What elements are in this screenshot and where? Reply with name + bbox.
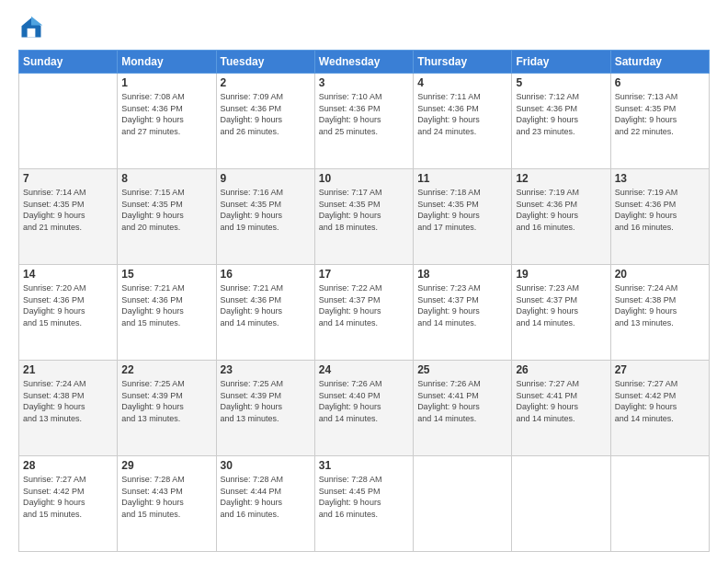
day-info: Sunrise: 7:09 AM Sunset: 4:36 PM Dayligh…: [221, 91, 311, 137]
day-info: Sunrise: 7:26 AM Sunset: 4:41 PM Dayligh…: [417, 378, 507, 424]
day-number: 26: [516, 363, 606, 376]
day-info: Sunrise: 7:27 AM Sunset: 4:42 PM Dayligh…: [615, 378, 705, 424]
day-number: 25: [417, 363, 507, 376]
day-info: Sunrise: 7:14 AM Sunset: 4:35 PM Dayligh…: [23, 187, 113, 233]
calendar-cell: [19, 74, 118, 169]
day-number: 12: [516, 172, 606, 185]
day-header-wednesday: Wednesday: [314, 51, 413, 74]
day-info: Sunrise: 7:20 AM Sunset: 4:36 PM Dayligh…: [23, 282, 113, 328]
day-number: 13: [615, 172, 705, 185]
day-number: 28: [23, 459, 113, 472]
day-info: Sunrise: 7:28 AM Sunset: 4:43 PM Dayligh…: [121, 474, 211, 520]
day-info: Sunrise: 7:23 AM Sunset: 4:37 PM Dayligh…: [417, 282, 507, 328]
day-header-sunday: Sunday: [19, 51, 118, 74]
day-number: 14: [23, 268, 113, 281]
day-info: Sunrise: 7:21 AM Sunset: 4:36 PM Dayligh…: [221, 282, 311, 328]
calendar-cell: 6Sunrise: 7:13 AM Sunset: 4:35 PM Daylig…: [610, 74, 709, 169]
calendar-cell: 13Sunrise: 7:19 AM Sunset: 4:36 PM Dayli…: [610, 169, 709, 265]
day-info: Sunrise: 7:24 AM Sunset: 4:38 PM Dayligh…: [23, 378, 113, 424]
calendar-cell: 16Sunrise: 7:21 AM Sunset: 4:36 PM Dayli…: [216, 265, 314, 361]
calendar-cell: 10Sunrise: 7:17 AM Sunset: 4:35 PM Dayli…: [314, 169, 413, 265]
calendar-table: SundayMondayTuesdayWednesdayThursdayFrid…: [18, 50, 710, 552]
day-info: Sunrise: 7:21 AM Sunset: 4:36 PM Dayligh…: [121, 282, 211, 328]
svg-marker-1: [31, 17, 42, 26]
calendar-cell: 2Sunrise: 7:09 AM Sunset: 4:36 PM Daylig…: [216, 74, 314, 169]
day-header-saturday: Saturday: [610, 51, 709, 74]
svg-rect-2: [28, 29, 36, 38]
day-number: 6: [615, 76, 705, 89]
day-number: 2: [221, 76, 311, 89]
day-number: 21: [23, 363, 113, 376]
logo: [18, 15, 48, 40]
day-number: 27: [615, 363, 705, 376]
calendar-cell: 14Sunrise: 7:20 AM Sunset: 4:36 PM Dayli…: [19, 265, 118, 361]
calendar-cell: 11Sunrise: 7:18 AM Sunset: 4:35 PM Dayli…: [414, 169, 512, 265]
day-number: 15: [121, 268, 211, 281]
calendar-cell: [512, 456, 610, 552]
day-info: Sunrise: 7:24 AM Sunset: 4:38 PM Dayligh…: [615, 282, 705, 328]
calendar-cell: 21Sunrise: 7:24 AM Sunset: 4:38 PM Dayli…: [19, 361, 118, 456]
calendar-cell: 5Sunrise: 7:12 AM Sunset: 4:36 PM Daylig…: [512, 74, 610, 169]
calendar-cell: [610, 456, 709, 552]
day-number: 5: [516, 76, 606, 89]
calendar-cell: 27Sunrise: 7:27 AM Sunset: 4:42 PM Dayli…: [610, 361, 709, 456]
day-number: 8: [121, 172, 211, 185]
day-header-tuesday: Tuesday: [216, 51, 314, 74]
day-info: Sunrise: 7:12 AM Sunset: 4:36 PM Dayligh…: [516, 91, 606, 137]
day-info: Sunrise: 7:28 AM Sunset: 4:44 PM Dayligh…: [221, 474, 311, 520]
day-info: Sunrise: 7:13 AM Sunset: 4:35 PM Dayligh…: [615, 91, 705, 137]
day-number: 23: [221, 363, 311, 376]
calendar-cell: 18Sunrise: 7:23 AM Sunset: 4:37 PM Dayli…: [414, 265, 512, 361]
day-number: 16: [221, 268, 311, 281]
calendar-cell: 26Sunrise: 7:27 AM Sunset: 4:41 PM Dayli…: [512, 361, 610, 456]
calendar-cell: 15Sunrise: 7:21 AM Sunset: 4:36 PM Dayli…: [118, 265, 216, 361]
calendar-cell: 19Sunrise: 7:23 AM Sunset: 4:37 PM Dayli…: [512, 265, 610, 361]
day-info: Sunrise: 7:27 AM Sunset: 4:41 PM Dayligh…: [516, 378, 606, 424]
day-info: Sunrise: 7:18 AM Sunset: 4:35 PM Dayligh…: [417, 187, 507, 233]
day-info: Sunrise: 7:27 AM Sunset: 4:42 PM Dayligh…: [23, 474, 113, 520]
day-info: Sunrise: 7:16 AM Sunset: 4:35 PM Dayligh…: [221, 187, 311, 233]
day-info: Sunrise: 7:25 AM Sunset: 4:39 PM Dayligh…: [121, 378, 211, 424]
calendar-cell: 31Sunrise: 7:28 AM Sunset: 4:45 PM Dayli…: [314, 456, 413, 552]
day-info: Sunrise: 7:25 AM Sunset: 4:39 PM Dayligh…: [221, 378, 311, 424]
day-info: Sunrise: 7:26 AM Sunset: 4:40 PM Dayligh…: [319, 378, 409, 424]
day-info: Sunrise: 7:08 AM Sunset: 4:36 PM Dayligh…: [121, 91, 211, 137]
calendar-cell: 3Sunrise: 7:10 AM Sunset: 4:36 PM Daylig…: [314, 74, 413, 169]
header: [18, 15, 710, 40]
day-number: 9: [221, 172, 311, 185]
calendar-cell: 12Sunrise: 7:19 AM Sunset: 4:36 PM Dayli…: [512, 169, 610, 265]
day-header-friday: Friday: [512, 51, 610, 74]
day-info: Sunrise: 7:22 AM Sunset: 4:37 PM Dayligh…: [319, 282, 409, 328]
calendar-cell: 20Sunrise: 7:24 AM Sunset: 4:38 PM Dayli…: [610, 265, 709, 361]
day-number: 20: [615, 268, 705, 281]
logo-icon: [18, 15, 44, 40]
day-info: Sunrise: 7:15 AM Sunset: 4:35 PM Dayligh…: [121, 187, 211, 233]
calendar-cell: 17Sunrise: 7:22 AM Sunset: 4:37 PM Dayli…: [314, 265, 413, 361]
day-number: 10: [319, 172, 409, 185]
page: SundayMondayTuesdayWednesdayThursdayFrid…: [0, 0, 728, 563]
day-info: Sunrise: 7:11 AM Sunset: 4:36 PM Dayligh…: [417, 91, 507, 137]
calendar-cell: 25Sunrise: 7:26 AM Sunset: 4:41 PM Dayli…: [414, 361, 512, 456]
calendar-cell: 7Sunrise: 7:14 AM Sunset: 4:35 PM Daylig…: [19, 169, 118, 265]
day-number: 7: [23, 172, 113, 185]
day-number: 1: [121, 76, 211, 89]
calendar-cell: 8Sunrise: 7:15 AM Sunset: 4:35 PM Daylig…: [118, 169, 216, 265]
day-number: 4: [417, 76, 507, 89]
calendar-cell: 28Sunrise: 7:27 AM Sunset: 4:42 PM Dayli…: [19, 456, 118, 552]
day-number: 29: [121, 459, 211, 472]
day-info: Sunrise: 7:19 AM Sunset: 4:36 PM Dayligh…: [516, 187, 606, 233]
day-number: 19: [516, 268, 606, 281]
day-header-thursday: Thursday: [414, 51, 512, 74]
day-number: 31: [319, 459, 409, 472]
day-number: 3: [319, 76, 409, 89]
calendar-cell: 22Sunrise: 7:25 AM Sunset: 4:39 PM Dayli…: [118, 361, 216, 456]
calendar-cell: 9Sunrise: 7:16 AM Sunset: 4:35 PM Daylig…: [216, 169, 314, 265]
day-info: Sunrise: 7:19 AM Sunset: 4:36 PM Dayligh…: [615, 187, 705, 233]
day-number: 18: [417, 268, 507, 281]
calendar-cell: 29Sunrise: 7:28 AM Sunset: 4:43 PM Dayli…: [118, 456, 216, 552]
day-info: Sunrise: 7:10 AM Sunset: 4:36 PM Dayligh…: [319, 91, 409, 137]
day-number: 24: [319, 363, 409, 376]
calendar-cell: [414, 456, 512, 552]
day-number: 17: [319, 268, 409, 281]
day-number: 11: [417, 172, 507, 185]
